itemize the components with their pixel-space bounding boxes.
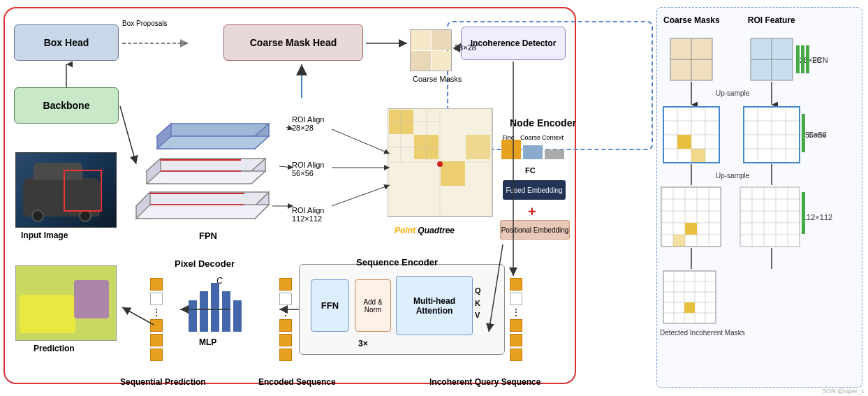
svg-rect-77 (740, 187, 800, 247)
mlp-bar-5 (233, 300, 242, 332)
enc-sq-4 (279, 334, 292, 346)
three-x-label: 3× (358, 339, 368, 349)
encoded-sequence-label: Encoded Sequence (258, 377, 336, 387)
svg-rect-66 (661, 187, 721, 247)
quadtree-container (388, 108, 496, 220)
roi-align-3-dim: 112×112 (292, 214, 322, 223)
fused-embedding-text: Fused Embedding (506, 186, 562, 194)
node-encoder-text: Node Encoder (510, 117, 576, 129)
roi-align-2-label: ROI Align56×56 (292, 161, 324, 177)
sequential-prediction-label: Sequential Prediction (120, 377, 206, 387)
input-image-label: Input Image (21, 230, 68, 240)
encoder-input-sequence: ⋮ (279, 278, 292, 361)
input-image-inner (16, 153, 116, 227)
sequence-encoder-label: Sequence Encoder (356, 257, 438, 267)
coarse-mask-head: Coarse Mask Head (223, 24, 363, 61)
mha-text: Multi-head Attention (397, 296, 472, 316)
mask-cell-2 (432, 30, 452, 50)
backbone: Backbone (14, 87, 119, 124)
roi-align-1-dim: 28×28 (292, 124, 314, 132)
iq-sq-2 (510, 293, 522, 305)
pred-purple (74, 280, 109, 318)
v-label: V (475, 309, 481, 322)
fc-label: FC (525, 166, 536, 175)
svg-rect-49 (677, 135, 691, 149)
roi-align-3-label: ROI Align112×112 (292, 206, 324, 223)
backbone-label: Backbone (43, 100, 90, 111)
svg-rect-76 (673, 235, 685, 247)
enc-sq-3 (279, 319, 292, 332)
three-x-text: 3× (358, 339, 368, 349)
quadtree-svg (388, 108, 496, 220)
input-image-text: Input Image (21, 230, 68, 240)
enc-dots: ⋮ (279, 307, 292, 317)
left-dots: ⋮ (150, 307, 163, 317)
svg-marker-3 (136, 205, 269, 219)
incoherence-detector: Incoherence Detector (461, 27, 566, 60)
bar-coarse (523, 145, 543, 159)
left-sq-2 (150, 293, 163, 305)
red-bounding-box (64, 170, 102, 212)
enc-sq-2 (279, 293, 292, 305)
mlp-bar-4 (222, 291, 230, 332)
svg-rect-19 (389, 110, 413, 134)
svg-text:Up-sample: Up-sample (716, 172, 750, 179)
svg-rect-99 (684, 302, 695, 313)
node-bars (501, 140, 564, 159)
iq-sq-4 (510, 334, 522, 346)
multi-head-attention-box: Multi-head Attention (396, 276, 473, 335)
mlp-text: MLP (199, 337, 216, 347)
right-roi-feature-header: ROI Feature (748, 15, 795, 25)
plus-sign: + (528, 204, 536, 220)
box-head: Box Head (14, 24, 119, 61)
seq-pred-text: Sequential Prediction (120, 377, 206, 387)
box-head-label: Box Head (44, 37, 89, 48)
svg-rect-61 (802, 114, 805, 152)
left-sq-5 (150, 349, 163, 361)
iq-sq-1 (510, 278, 522, 291)
car-wheel-left (31, 210, 44, 222)
prediction-text: Prediction (34, 344, 75, 353)
mlp-bar-2 (200, 291, 208, 332)
right-panel-svg: 28×28 FCN Up-sample (660, 31, 859, 388)
sequence-encoder-text: Sequence Encoder (356, 257, 438, 267)
svg-rect-36 (801, 45, 804, 73)
mask-cell-4 (432, 51, 452, 71)
right-coarse-masks-header: Coarse Masks (663, 15, 720, 25)
enc-sq-1 (279, 278, 292, 291)
left-sq-4 (150, 334, 163, 346)
svg-text:112×112: 112×112 (802, 213, 832, 221)
iq-sq-5 (510, 349, 522, 361)
box-proposals-text: Box Proposals (122, 20, 167, 27)
add-norm-box: Add & Norm (355, 279, 391, 332)
mask-cell-1 (411, 30, 431, 50)
dim-28x28-top: 28×28 (455, 43, 476, 52)
svg-rect-37 (806, 45, 809, 73)
enc-seq-text: Encoded Sequence (258, 377, 336, 387)
svg-point-27 (437, 161, 443, 167)
svg-text:Detected Incoherent Masks: Detected Incoherent Masks (660, 329, 745, 337)
quadtree-text: Quadtree (418, 226, 455, 235)
mlp-label: MLP (199, 337, 216, 347)
svg-marker-12 (157, 124, 269, 136)
svg-marker-15 (157, 136, 269, 149)
main-container: Box Head Backbone Coarse Mask Head Incoh… (0, 0, 868, 396)
ffn-box: FFN (311, 279, 349, 332)
mask-cell-3 (411, 51, 431, 71)
point-label: Point (395, 226, 415, 235)
input-image (15, 152, 117, 228)
k-label: K (475, 298, 481, 310)
svg-line-112 (332, 185, 390, 206)
svg-rect-75 (685, 223, 697, 235)
ffn-text: FFN (321, 300, 339, 311)
watermark: SDN @viper_1 (823, 388, 865, 395)
add-norm-text: Add & Norm (363, 298, 382, 314)
coarse-masks-text: Coarse Masks (413, 75, 462, 83)
enc-sq-5 (279, 349, 292, 361)
right-panel-header: Coarse Masks ROI Feature (663, 15, 795, 25)
watermark-text: SDN @viper_1 (823, 388, 865, 395)
roi-align-2-dim: 56×56 (292, 169, 314, 177)
pixel-decoder-text: Pixel Decoder (175, 258, 235, 269)
left-sequence: ⋮ (150, 278, 163, 361)
coarse-mask-head-label: Coarse Mask Head (250, 37, 337, 48)
